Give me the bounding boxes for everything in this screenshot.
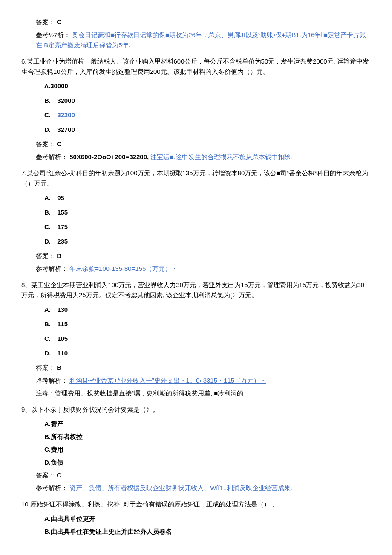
q8-option-c: C. 105 xyxy=(44,334,371,344)
analysis-text: 资产、负债、所有者权据反映企业财务状兀收入、Wff1.,利润反映企业经营成果. xyxy=(69,484,292,491)
q9-option-b: B.所有者权拉 xyxy=(44,432,371,442)
analysis-text: 奥会日记豪和■行存款日记堂的保■期收为26年，总京、男廊Jt以及*助账•保♦期B… xyxy=(36,31,366,49)
option-letter: C. xyxy=(44,222,55,232)
option-text: 32200 xyxy=(57,111,75,119)
q9-stem: 9、以下不录于反映财务状况的会计要素是（》。 xyxy=(21,404,371,415)
q7-stem: 7,某公司“红余公积”科目的年初余题为100万元，本期摄取135万元，转增资本8… xyxy=(21,168,371,189)
analysis-label: 叁考解析： xyxy=(36,153,68,160)
q6-option-d: D. 32700 xyxy=(44,125,371,135)
option-text: 105 xyxy=(57,335,68,342)
answer-value: C xyxy=(57,471,61,479)
q8-answer: 答案： B xyxy=(36,363,371,373)
q10-option-a: A.由出具单位更开 xyxy=(44,514,371,524)
answer-label: 答案： xyxy=(36,364,55,371)
analysis-bold: 50X600-2OoO+200=32200, xyxy=(69,153,149,160)
option-letter: A. xyxy=(44,305,55,315)
analysis-label: 参考解析： xyxy=(36,484,68,491)
option-text: 175 xyxy=(57,223,68,230)
answer-value: C xyxy=(57,140,61,148)
option-letter: A. xyxy=(44,193,55,203)
q10-stem: 10.原始凭证不得涂改、利擦、挖补. 对于金荀有错误的原始凭证，正成的处理方法是… xyxy=(21,499,371,509)
q9-answer: 答案： C xyxy=(36,470,371,480)
q8-option-d: D. 110 xyxy=(44,348,371,358)
answer-label: 答案： xyxy=(36,471,55,479)
q7-answer: 答案： B xyxy=(36,251,371,261)
option-letter: B. xyxy=(44,319,55,329)
answer-value: B xyxy=(57,252,61,259)
q9-option-d: D.负债 xyxy=(44,457,371,468)
q6-stem: 6,某工业企业为增值杭一般纳税人。该企业购入甲材料600公斤，每公斤不含税单价为… xyxy=(21,56,371,77)
q7-option-d: D. 235 xyxy=(44,236,371,247)
option-text: 155 xyxy=(57,209,68,216)
answer-label: 答案： xyxy=(36,18,55,26)
q7-analysis: 参考解析： 年末余款=100-135-80=155（万元）・ xyxy=(36,264,371,274)
option-letter: C. xyxy=(44,334,55,344)
q6-option-b: B. 32000 xyxy=(44,96,371,106)
q9-option-a: A.赞产 xyxy=(44,419,371,429)
q5-answer: 答案： C xyxy=(36,17,371,27)
answer-value: C xyxy=(57,18,61,26)
analysis-label: 参考解析： xyxy=(36,265,68,272)
analysis-link[interactable]: 利沟M••*业帝京+*业外收入一”史外文出・1。0»3315・115（万元）・ xyxy=(69,377,266,384)
q7-option-a: A. 95 xyxy=(44,193,371,203)
option-letter: B. xyxy=(44,96,55,106)
answer-label: 答案： xyxy=(36,252,55,259)
option-text: 130 xyxy=(57,306,68,313)
q7-option-c: C. 175 xyxy=(44,222,371,232)
option-text: 235 xyxy=(57,238,68,245)
q10-option-b: B.由出具单住在凭证上更正并由经办人员卷名 xyxy=(44,526,371,537)
option-text: 110 xyxy=(57,349,68,357)
q7-option-b: B. 155 xyxy=(44,207,371,218)
option-text: 32000 xyxy=(57,97,75,104)
option-text: 32700 xyxy=(57,126,75,133)
option-letter: D. xyxy=(44,348,55,358)
option-letter: B. xyxy=(44,207,55,218)
q8-option-a: A. 130 xyxy=(44,305,371,315)
option-text: 115 xyxy=(57,320,68,328)
q6-option-a: Λ.30000 xyxy=(44,81,371,91)
q9-option-c: C.费用 xyxy=(44,445,371,455)
q6-analysis: 叁考解析： 50X600-2OoO+200=32200, 注宝运■.途中发生的合… xyxy=(36,152,371,162)
answer-label: 答案： xyxy=(36,140,55,148)
option-letter: D. xyxy=(44,236,55,247)
analysis-label: 叁考½?析： xyxy=(36,31,70,38)
q8-note: 注毒：管理费用、投费收挂是直接“嘱，史利潮的所得税费用差, ■冷利洞的. xyxy=(36,388,371,398)
q9-analysis: 参考解析： 资产、负债、所有者权据反映企业财务状兀收入、Wff1.,利润反映企业… xyxy=(36,483,371,493)
q6-answer: 答案： C xyxy=(36,139,371,149)
q5-analysis: 叁考½?析： 奥会日记豪和■行存款日记堂的保■期收为26年，总京、男廊Jt以及*… xyxy=(36,30,371,50)
option-letter: C. xyxy=(44,110,55,120)
option-letter: D. xyxy=(44,125,55,135)
q8-option-b: B. 115 xyxy=(44,319,371,329)
option-text: 95 xyxy=(57,194,64,201)
q8-analysis: 珞考解析： 利沟M••*业帝京+*业外收入一”史外文出・1。0»3315・115… xyxy=(36,375,371,386)
analysis-text: 年末余款=100-135-80=155（万元）・ xyxy=(69,265,178,272)
answer-value: B xyxy=(57,364,61,371)
q6-option-c: C. 32200 xyxy=(44,110,371,120)
analysis-blue: 注宝运■.途中发生的合理损耗不施从总本钱中扣除. xyxy=(150,153,292,160)
q8-stem: 8、某工业企业本期营业利润为100万元，营业界收人力30万元，若亚外支出为15万… xyxy=(21,280,371,300)
analysis-label: 珞考解析： xyxy=(36,377,68,384)
